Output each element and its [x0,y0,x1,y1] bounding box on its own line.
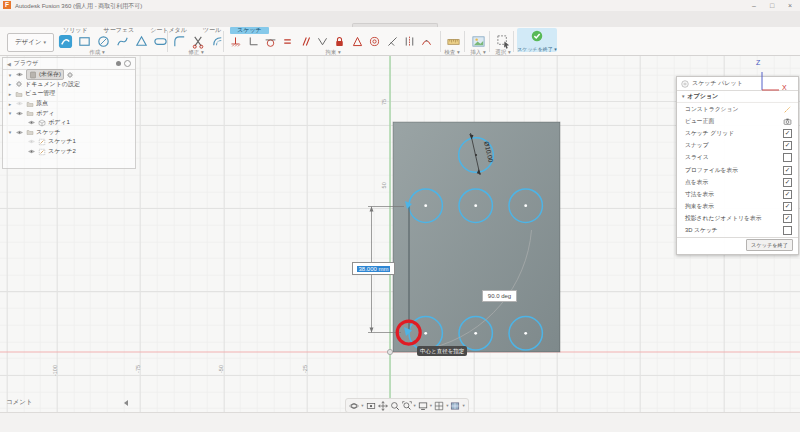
browser-item-ビュー管理[interactable]: ▸ビュー管理 [3,89,135,99]
collapse-panel-icon[interactable]: ◀ [7,61,11,67]
eye-icon[interactable] [27,138,36,145]
constraint-group-label[interactable]: 拘束 ▾ [325,49,340,56]
perpendicular-icon[interactable] [351,35,364,48]
circle-center-point[interactable] [474,332,477,335]
grid-settings-caret[interactable]: ▾ [446,403,448,408]
slot-icon[interactable] [153,34,168,49]
fit-caret[interactable]: ▾ [414,403,416,408]
midpoint-icon[interactable] [316,35,329,48]
eye-icon[interactable] [15,110,24,117]
maximize-button[interactable]: □ [768,2,776,10]
select-icon[interactable] [496,34,511,49]
eye-icon[interactable] [15,129,24,136]
equal-icon[interactable] [281,35,294,48]
browser-item-ドキュメントの設定[interactable]: ▸ドキュメントの設定 [3,80,135,90]
tangent-icon[interactable] [264,35,277,48]
checkbox-checked[interactable]: ✓ [783,129,792,138]
parallel-icon[interactable] [299,35,312,48]
dimension-value-input[interactable]: 38.000 mm [352,262,395,275]
browser-item-(未保存)[interactable]: ▾(未保存) [3,70,135,80]
trim-icon[interactable] [191,34,206,49]
display-settings-caret[interactable]: ▾ [430,403,432,408]
fit-icon[interactable] [402,401,412,411]
circle-center-point[interactable] [424,204,427,207]
expander-closed-icon[interactable]: ▸ [7,91,13,97]
checkbox-checked[interactable]: ✓ [783,178,792,187]
display-mode2-icon[interactable] [124,60,131,67]
create-group-label[interactable]: 作成 ▾ [89,49,104,56]
curvature-icon[interactable] [420,35,433,48]
expander-open-icon[interactable]: ▾ [7,110,13,116]
modify-group-label[interactable]: 修正 ▾ [188,49,203,56]
display-settings-icon[interactable] [418,401,428,411]
eye-icon[interactable] [15,71,24,78]
browser-item-スケッチ1[interactable]: スケッチ1 [3,137,135,147]
circle-center-point[interactable] [474,204,477,207]
origin-point[interactable] [387,349,392,354]
viewports-icon[interactable] [450,401,460,411]
palette-row-label: スナップ [685,141,783,150]
orbit-caret[interactable]: ▾ [361,403,363,408]
circle-center-point[interactable] [524,332,527,335]
checkbox-unchecked[interactable] [783,226,792,235]
fix-lock-icon[interactable] [333,35,346,48]
zoom-icon[interactable] [390,401,400,411]
select-group-label[interactable]: 選択 ▾ [495,49,510,56]
browser-item-原点[interactable]: ▸原点 [3,99,135,109]
expander-open-icon[interactable]: ▾ [7,129,13,135]
checkbox-checked[interactable]: ✓ [783,190,792,199]
section-collapse-caret: ▼ [681,94,685,99]
palette-menu-icon[interactable] [681,80,689,88]
comments-collapse-icon[interactable] [124,400,128,406]
checkbox-checked[interactable]: ✓ [783,202,792,211]
palette-finish-sketch-button[interactable]: スケッチを終了 [746,239,793,251]
browser-item-ボディ[interactable]: ▾ボディ [3,108,135,118]
checkbox-checked[interactable]: ✓ [783,141,792,150]
spline-icon[interactable] [115,34,130,49]
line-icon[interactable] [58,34,73,49]
solid-body-face[interactable] [393,122,560,352]
camera-icon[interactable] [783,117,792,126]
fillet-icon[interactable] [172,34,187,49]
orbit-icon[interactable] [349,401,359,411]
symmetry-icon[interactable] [403,35,416,48]
expander-open-icon[interactable]: ▾ [7,72,13,78]
browser-item-スケッチ[interactable]: ▾スケッチ [3,128,135,138]
checkbox-checked[interactable]: ✓ [783,166,792,175]
minimize-button[interactable]: – [750,2,758,10]
coincident-icon[interactable] [247,35,260,48]
insert-image-icon[interactable] [471,34,486,49]
eye-icon[interactable] [15,100,24,107]
measure-icon[interactable] [446,34,461,49]
rectangle-icon[interactable] [77,34,92,49]
polygon-icon[interactable] [134,34,149,49]
dimension-icon[interactable] [229,35,242,48]
pan-icon[interactable] [378,401,388,411]
circle-center-point[interactable] [524,204,527,207]
browser-item-スケッチ2[interactable]: スケッチ2 [3,147,135,157]
browser-item-ボディ1[interactable]: ボディ1 [3,118,135,128]
expander-closed-icon[interactable]: ▸ [7,81,13,87]
eye-icon[interactable] [27,148,36,155]
checkbox-unchecked[interactable] [783,153,792,162]
circle-icon[interactable] [96,34,111,49]
expander-closed-icon[interactable]: ▸ [7,101,13,107]
construction-icon[interactable] [783,105,792,114]
viewports-caret[interactable]: ▾ [462,403,464,408]
finish-sketch-button[interactable]: スケッチを終了 ▾ [517,28,557,52]
concentric-icon[interactable] [368,35,381,48]
gear-icon[interactable] [66,71,74,79]
eye-icon[interactable] [27,119,36,126]
collinear-icon[interactable] [386,35,399,48]
checkbox-checked[interactable]: ✓ [783,214,792,223]
inspect-group-label[interactable]: 検査 ▾ [444,49,459,56]
display-mode-icon[interactable] [116,61,121,66]
comments-header[interactable]: コメント [6,398,33,407]
close-button[interactable]: × [786,2,794,10]
grid-settings-icon[interactable] [434,401,444,411]
workspace-selector-button[interactable]: デザイン ▾ [7,33,54,52]
angle-dimension-value[interactable]: 90.0 deg [482,290,517,302]
look-at-icon[interactable] [366,401,376,411]
insert-group-label[interactable]: 挿入 ▾ [470,49,485,56]
circle-center-point[interactable] [424,332,427,335]
